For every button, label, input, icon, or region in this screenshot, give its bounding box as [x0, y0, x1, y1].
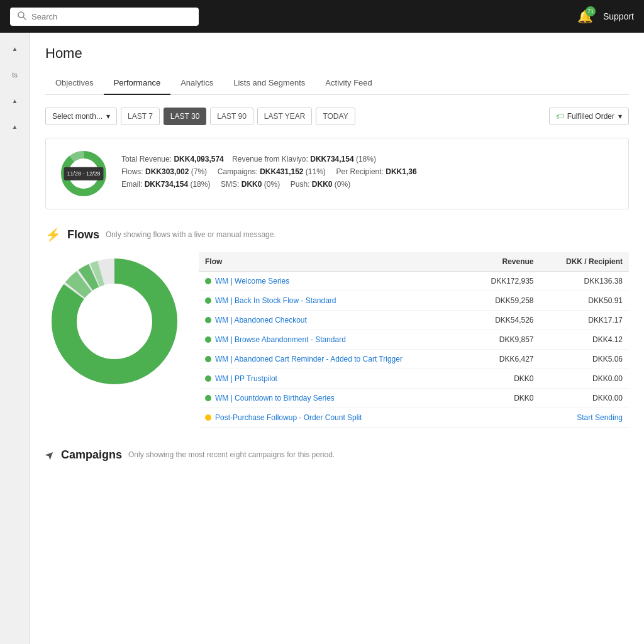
sms-val: DKK0 [242, 180, 262, 189]
flow-name-cell: WM | Abandoned Checkout [199, 311, 469, 330]
revenue-donut: 11/28 - 12/28 [58, 148, 109, 199]
total-revenue-row: Total Revenue: DKK4,093,574 Revenue from… [121, 155, 616, 164]
page-title: Home [45, 45, 629, 62]
push-val: DKK0 [312, 180, 333, 189]
flow-per-recipient[interactable]: Start Sending [540, 408, 629, 428]
filter-bar: Select month... ▾ LAST 7 LAST 30 LAST 90… [45, 108, 629, 125]
flows-content: Flow Revenue DKK / Recipient WM | Welcom… [45, 252, 629, 428]
sidebar-toggle-mid[interactable]: ▲ [12, 97, 18, 104]
flow-name-link[interactable]: WM | Browse Abandonment - Standard [215, 335, 346, 344]
main-content: Home Objectives Performance Analytics Li… [30, 33, 644, 644]
svg-line-1 [23, 17, 26, 19]
flow-name-cell: WM | Browse Abandonment - Standard [199, 330, 469, 350]
fulfilled-icon: 🏷 [556, 112, 564, 121]
table-row: WM | Abandoned Checkout DKK54,526DKK17.1… [199, 311, 629, 330]
top-nav: 🔔 71 Support [0, 0, 644, 33]
push-pct: (0%) [335, 180, 350, 189]
table-row: WM | Browse Abandonment - Standard DKK9,… [199, 330, 629, 350]
flow-per-recipient: DKK0.00 [540, 369, 629, 389]
klaviyo-val: DKK734,154 [310, 155, 353, 164]
flow-name-link[interactable]: WM | PP Trustpilot [215, 374, 277, 383]
flow-per-recipient: DKK0.00 [540, 389, 629, 408]
flow-name-cell: WM | Abandoned Cart Reminder - Added to … [199, 350, 469, 369]
tab-objectives[interactable]: Objectives [45, 72, 104, 95]
nav-right: 🔔 71 Support [577, 9, 634, 24]
sidebar-toggle-bot[interactable]: ▲ [12, 123, 18, 130]
flow-status-dot [205, 375, 211, 382]
per-recipient-col-header: DKK / Recipient [540, 252, 629, 272]
support-link[interactable]: Support [603, 11, 634, 21]
filter-today[interactable]: TODAY [316, 108, 355, 125]
flow-revenue: DKK54,526 [469, 311, 540, 330]
flow-revenue [469, 408, 540, 428]
filter-last30[interactable]: LAST 30 [164, 108, 206, 125]
channel-row: Email: DKK734,154 (18%) SMS: DKK0 (0%) P… [121, 180, 616, 189]
flow-status-dot [205, 297, 211, 304]
flow-per-recipient: DKK4.12 [540, 330, 629, 350]
flow-name-link[interactable]: WM | Abandoned Checkout [215, 316, 307, 325]
chevron-down-icon: ▾ [106, 112, 110, 121]
notification-badge: 71 [586, 6, 596, 16]
sms-label: SMS: [221, 180, 239, 189]
flows-section-header: ⚡ Flows Only showing flows with a live o… [45, 227, 629, 242]
flow-name-cell: WM | Back In Stock Flow - Standard [199, 291, 469, 311]
revenue-card: 11/28 - 12/28 Total Revenue: DKK4,093,57… [45, 138, 629, 209]
revenue-col-header: Revenue [469, 252, 540, 272]
flows-pct: (7%) [191, 167, 207, 176]
table-row: WM | Countdown to Birthday Series DKK0DK… [199, 389, 629, 408]
flow-name-link[interactable]: WM | Back In Stock Flow - Standard [215, 296, 336, 305]
flows-table: Flow Revenue DKK / Recipient WM | Welcom… [199, 252, 629, 428]
flow-name-link[interactable]: WM | Welcome Series [215, 277, 289, 286]
sms-pct: (0%) [264, 180, 280, 189]
flows-subtitle: Only showing flows with a live or manual… [106, 230, 276, 239]
flow-revenue: DKK59,258 [469, 291, 540, 311]
tab-activity-feed[interactable]: Activity Feed [315, 72, 382, 95]
flow-status-dot [205, 395, 211, 401]
select-month-label: Select month... [52, 112, 103, 121]
sidebar-toggle-top[interactable]: ▲ [12, 45, 18, 52]
notification-bell[interactable]: 🔔 71 [577, 9, 593, 24]
select-month-dropdown[interactable]: Select month... ▾ [45, 108, 117, 125]
flows-icon: ⚡ [45, 227, 61, 242]
per-recipient-label: Per Recipient: [336, 167, 384, 176]
start-sending-link[interactable]: Start Sending [577, 413, 623, 422]
flow-name-cell: Post-Purchase Followup - Order Count Spl… [199, 408, 469, 428]
flow-name-cell: WM | Welcome Series [199, 272, 469, 291]
tab-analytics[interactable]: Analytics [170, 72, 223, 95]
flow-revenue: DKK172,935 [469, 272, 540, 291]
flows-label: Flows: [121, 167, 143, 176]
push-label: Push: [291, 180, 310, 189]
flow-status-dot [205, 317, 211, 323]
klaviyo-label: Revenue from Klaviyo: [232, 155, 308, 164]
filter-last90[interactable]: LAST 90 [210, 108, 253, 125]
filter-last7[interactable]: LAST 7 [121, 108, 160, 125]
sidebar: ▲ ts ▲ ▲ [0, 33, 30, 644]
flow-name-link[interactable]: WM | Countdown to Birthday Series [215, 394, 335, 402]
flows-donut-wrapper [45, 252, 184, 392]
flow-per-recipient: DKK50.91 [540, 291, 629, 311]
flow-per-recipient: DKK136.38 [540, 272, 629, 291]
fulfilled-label: Fulfilled Order [567, 112, 614, 121]
flow-per-recipient: DKK5.06 [540, 350, 629, 369]
tab-lists-segments[interactable]: Lists and Segments [223, 72, 315, 95]
flow-revenue: DKK0 [469, 369, 540, 389]
filter-last-year[interactable]: LAST YEAR [257, 108, 313, 125]
klaviyo-pct: (18%) [356, 155, 376, 164]
flow-status-dot [205, 278, 211, 284]
flow-name-link[interactable]: WM | Abandoned Cart Reminder - Added to … [215, 355, 402, 364]
tab-performance[interactable]: Performance [104, 72, 170, 95]
flow-name-link[interactable]: Post-Purchase Followup - Order Count Spl… [215, 413, 362, 422]
campaigns-header: ➤ Campaigns Only showing the most recent… [45, 448, 629, 462]
flow-revenue: DKK6,427 [469, 350, 540, 369]
flow-per-recipient: DKK17.17 [540, 311, 629, 330]
flow-col-header: Flow [199, 252, 469, 272]
flow-name-cell: WM | Countdown to Birthday Series [199, 389, 469, 408]
search-input[interactable] [31, 12, 191, 21]
donut-date-label: 11/28 - 12/28 [64, 167, 103, 180]
campaigns-val: DKK431,152 [260, 167, 303, 176]
sidebar-label-ts: ts [12, 71, 18, 79]
fulfilled-order-dropdown[interactable]: 🏷 Fulfilled Order ▾ [549, 108, 629, 125]
flow-revenue: DKK9,857 [469, 330, 540, 350]
campaigns-label: Campaigns: [218, 167, 258, 176]
search-bar[interactable] [10, 8, 199, 26]
